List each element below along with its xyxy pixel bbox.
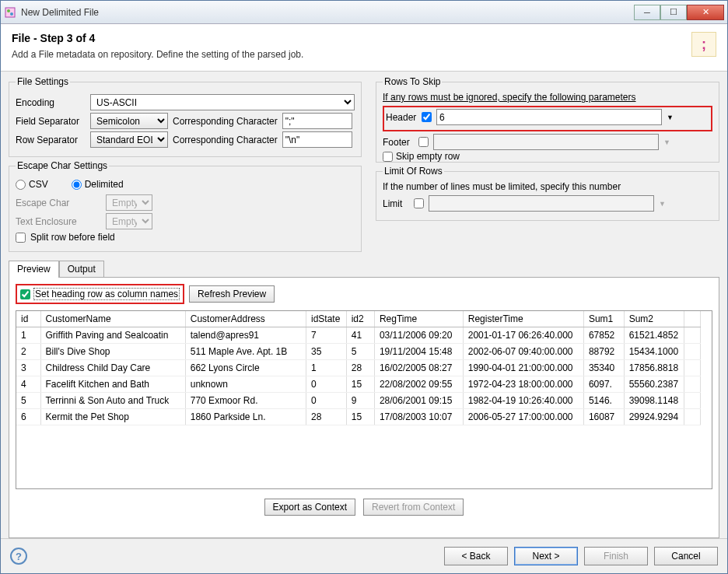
back-button[interactable]: < Back [444, 547, 508, 565]
footer-bar: ? < Back Next > Finish Cancel [1, 538, 727, 573]
table-row[interactable]: 4Facelift Kitchen and Bathunknown01522/0… [16, 376, 701, 393]
dropdown-icon: ▼ [659, 200, 666, 208]
header-skip-input[interactable] [436, 109, 662, 125]
split-row-checkbox[interactable] [16, 233, 26, 243]
file-settings-group: File Settings Encoding US-ASCII Field Se… [9, 76, 362, 157]
dialog-window: New Delimited File ─ ☐ ✕ File - Step 3 o… [0, 0, 728, 574]
dropdown-icon: ▼ [663, 138, 670, 146]
column-header[interactable]: CustomerName [40, 311, 185, 327]
column-header[interactable]: Sum2 [624, 311, 684, 327]
maximize-button[interactable]: ☐ [660, 5, 687, 20]
field-separator-label: Field Separator [16, 116, 86, 127]
delimited-radio-label[interactable]: Delimited [72, 179, 124, 190]
page-description: Add a File metadata on repository. Defin… [12, 49, 691, 60]
dialog-header: File - Step 3 of 4 Add a File metadata o… [1, 24, 727, 72]
refresh-preview-button[interactable]: Refresh Preview [189, 285, 275, 303]
header-skip-checkbox[interactable] [422, 112, 432, 122]
row-separator-label: Row Separator [16, 135, 86, 145]
limit-checkbox[interactable] [414, 198, 424, 208]
preview-grid[interactable]: idCustomerNameCustomerAddressidStateid2R… [16, 310, 712, 489]
header-skip-label: Header [386, 112, 417, 123]
column-header[interactable]: Sum1 [583, 311, 624, 327]
column-header[interactable]: id [16, 311, 40, 327]
dropdown-icon[interactable]: ▼ [667, 114, 674, 121]
tab-panel-preview: Set heading row as column names Refresh … [9, 277, 719, 538]
field-separator-select[interactable]: Semicolon [90, 113, 168, 129]
window-title: New Delimited File [21, 7, 634, 18]
column-header[interactable]: RegTime [374, 311, 463, 327]
table-row[interactable]: 1Griffith Paving and Sealcoatintalend@ap… [16, 327, 701, 344]
csv-radio-label[interactable]: CSV [16, 179, 48, 190]
next-button[interactable]: Next > [514, 547, 578, 565]
escape-char-settings-group: Escape Char Settings CSV Delimited Escap… [9, 160, 362, 252]
table-row[interactable]: 2Bill's Dive Shop511 Maple Ave. Apt. 1B3… [16, 344, 701, 360]
revert-from-context-button: Revert from Context [363, 499, 464, 516]
row-sep-corr-label: Corresponding Character [173, 135, 278, 145]
split-row-label: Split row before field [30, 232, 115, 243]
rows-to-skip-group: Rows To Skip If any rows must be ignored… [376, 76, 719, 163]
encoding-label: Encoding [16, 97, 86, 108]
page-title: File - Step 3 of 4 [12, 32, 691, 44]
field-sep-corr-label: Corresponding Character [173, 116, 278, 127]
svg-point-2 [10, 12, 13, 16]
limit-of-rows-legend: Limit Of Rows [383, 166, 444, 177]
set-heading-row-box: Set heading row as column names [16, 284, 184, 304]
skip-empty-row-label: Skip empty row [396, 151, 460, 162]
escape-char-legend: Escape Char Settings [16, 160, 109, 171]
table-row[interactable]: 3Childress Child Day Care662 Lyons Circl… [16, 360, 701, 376]
help-icon[interactable]: ? [10, 548, 27, 565]
skip-empty-row-checkbox[interactable] [383, 152, 393, 162]
svg-rect-0 [5, 8, 15, 17]
set-heading-row-checkbox[interactable] [20, 289, 30, 299]
tab-output[interactable]: Output [59, 261, 104, 278]
footer-skip-label: Footer [383, 137, 414, 148]
svg-point-1 [7, 9, 10, 12]
file-type-icon: ; [691, 32, 716, 57]
column-header[interactable]: CustomerAddress [185, 311, 306, 327]
rows-to-skip-legend: Rows To Skip [383, 76, 442, 87]
column-header[interactable]: idState [306, 311, 346, 327]
escape-char-label: Escape Char [16, 198, 101, 208]
row-sep-corr-input[interactable] [282, 131, 352, 148]
file-settings-legend: File Settings [16, 76, 70, 87]
text-enclosure-select: Empty [106, 213, 152, 229]
field-sep-corr-input[interactable] [282, 113, 352, 129]
tab-preview[interactable]: Preview [9, 261, 59, 278]
footer-skip-input [433, 134, 659, 150]
footer-skip-checkbox[interactable] [418, 137, 429, 147]
limit-label: Limit [383, 198, 409, 209]
escape-char-select: Empty [106, 194, 152, 211]
close-button[interactable]: ✕ [687, 5, 724, 20]
row-separator-select[interactable]: Standard EOL [90, 131, 168, 148]
tabs: Preview Output [9, 260, 719, 277]
content-area: File Settings Encoding US-ASCII Field Se… [1, 72, 727, 538]
rows-to-skip-description: If any rows must be ignored, specify the… [383, 92, 712, 103]
table-row[interactable]: 6Kermit the Pet Shop1860 Parkside Ln.281… [16, 409, 701, 425]
set-heading-row-label: Set heading row as column names [33, 288, 180, 300]
limit-input [429, 195, 654, 212]
delimited-radio[interactable] [72, 180, 82, 190]
minimize-button[interactable]: ─ [634, 5, 660, 20]
finish-button: Finish [584, 547, 648, 565]
app-icon [4, 6, 16, 19]
column-header[interactable]: RegisterTime [463, 311, 583, 327]
encoding-select[interactable]: US-ASCII [90, 94, 355, 110]
titlebar: New Delimited File ─ ☐ ✕ [1, 1, 727, 24]
csv-radio[interactable] [16, 180, 26, 190]
column-header[interactable]: id2 [346, 311, 374, 327]
limit-of-rows-description: If the number of lines must be limited, … [383, 181, 712, 192]
export-as-context-button[interactable]: Export as Context [264, 499, 355, 516]
limit-of-rows-group: Limit Of Rows If the number of lines mus… [376, 166, 719, 221]
cancel-button[interactable]: Cancel [654, 547, 718, 565]
text-enclosure-label: Text Enclosure [16, 216, 101, 227]
table-row[interactable]: 5Terrinni & Son Auto and Truck770 Exmoor… [16, 393, 701, 409]
